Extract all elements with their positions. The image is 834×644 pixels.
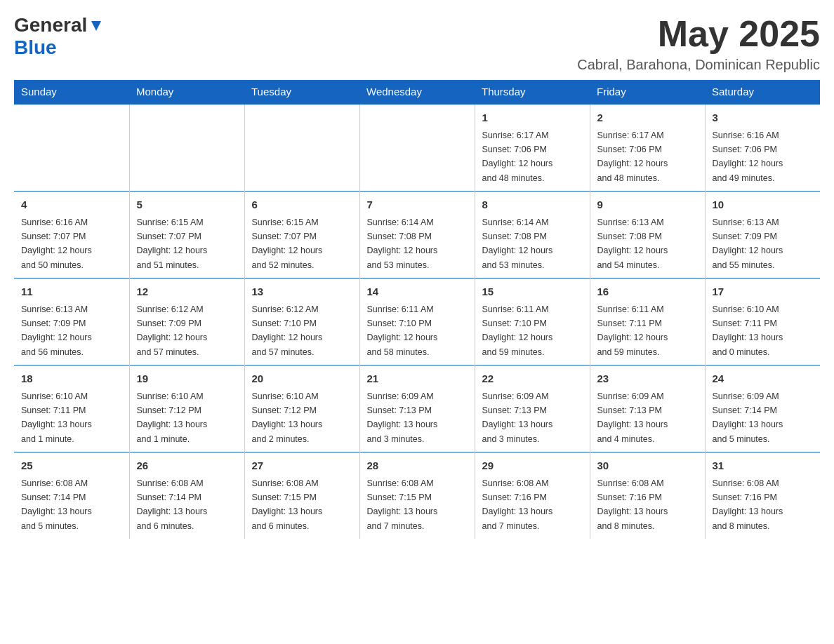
logo-blue-text: Blue — [14, 36, 57, 58]
calendar-cell: 19Sunrise: 6:10 AM Sunset: 7:12 PM Dayli… — [129, 365, 244, 452]
logo-general-text: General — [14, 14, 87, 36]
logo: General Blue — [14, 14, 104, 59]
calendar-header: SundayMondayTuesdayWednesdayThursdayFrid… — [14, 80, 820, 104]
calendar-cell: 8Sunrise: 6:14 AM Sunset: 7:08 PM Daylig… — [475, 192, 590, 279]
calendar-cell: 11Sunrise: 6:13 AM Sunset: 7:09 PM Dayli… — [14, 279, 129, 365]
svg-marker-0 — [91, 21, 101, 31]
day-number: 30 — [597, 458, 698, 474]
weekday-header-wednesday: Wednesday — [359, 80, 475, 104]
day-info: Sunrise: 6:10 AM Sunset: 7:12 PM Dayligh… — [137, 391, 208, 444]
day-info: Sunrise: 6:09 AM Sunset: 7:13 PM Dayligh… — [482, 391, 553, 444]
day-info: Sunrise: 6:15 AM Sunset: 7:07 PM Dayligh… — [252, 217, 323, 270]
day-number: 26 — [137, 458, 237, 474]
day-info: Sunrise: 6:14 AM Sunset: 7:08 PM Dayligh… — [367, 217, 438, 270]
day-info: Sunrise: 6:13 AM Sunset: 7:08 PM Dayligh… — [597, 217, 668, 270]
day-info: Sunrise: 6:08 AM Sunset: 7:16 PM Dayligh… — [713, 478, 783, 531]
location-subtitle: Cabral, Barahona, Dominican Republic — [577, 57, 820, 73]
day-number: 5 — [137, 197, 237, 213]
calendar-cell: 22Sunrise: 6:09 AM Sunset: 7:13 PM Dayli… — [475, 365, 590, 452]
day-number: 14 — [367, 284, 468, 300]
day-info: Sunrise: 6:17 AM Sunset: 7:06 PM Dayligh… — [482, 130, 553, 183]
calendar-cell: 13Sunrise: 6:12 AM Sunset: 7:10 PM Dayli… — [244, 279, 359, 365]
day-number: 12 — [137, 284, 237, 300]
calendar-cell: 21Sunrise: 6:09 AM Sunset: 7:13 PM Dayli… — [359, 365, 475, 452]
day-info: Sunrise: 6:11 AM Sunset: 7:10 PM Dayligh… — [482, 304, 553, 357]
day-info: Sunrise: 6:10 AM Sunset: 7:11 PM Dayligh… — [21, 391, 92, 444]
logo-triangle-icon — [88, 18, 104, 34]
day-info: Sunrise: 6:12 AM Sunset: 7:09 PM Dayligh… — [137, 304, 208, 357]
day-number: 22 — [482, 371, 583, 387]
day-info: Sunrise: 6:08 AM Sunset: 7:14 PM Dayligh… — [137, 478, 208, 531]
calendar-week-1: 1Sunrise: 6:17 AM Sunset: 7:06 PM Daylig… — [14, 104, 820, 192]
calendar-week-5: 25Sunrise: 6:08 AM Sunset: 7:14 PM Dayli… — [14, 452, 820, 539]
day-info: Sunrise: 6:16 AM Sunset: 7:07 PM Dayligh… — [21, 217, 92, 270]
day-number: 6 — [252, 197, 352, 213]
calendar-cell — [244, 104, 359, 192]
day-number: 31 — [713, 458, 814, 474]
day-info: Sunrise: 6:09 AM Sunset: 7:14 PM Dayligh… — [713, 391, 783, 444]
calendar-cell: 15Sunrise: 6:11 AM Sunset: 7:10 PM Dayli… — [475, 279, 590, 365]
calendar-cell: 12Sunrise: 6:12 AM Sunset: 7:09 PM Dayli… — [129, 279, 244, 365]
calendar-cell: 7Sunrise: 6:14 AM Sunset: 7:08 PM Daylig… — [359, 192, 475, 279]
calendar-cell: 24Sunrise: 6:09 AM Sunset: 7:14 PM Dayli… — [705, 365, 820, 452]
day-info: Sunrise: 6:08 AM Sunset: 7:15 PM Dayligh… — [252, 478, 323, 531]
day-number: 24 — [713, 371, 814, 387]
day-info: Sunrise: 6:11 AM Sunset: 7:10 PM Dayligh… — [367, 304, 438, 357]
day-number: 28 — [367, 458, 468, 474]
calendar-cell: 29Sunrise: 6:08 AM Sunset: 7:16 PM Dayli… — [475, 452, 590, 539]
calendar-cell: 17Sunrise: 6:10 AM Sunset: 7:11 PM Dayli… — [705, 279, 820, 365]
calendar-cell: 20Sunrise: 6:10 AM Sunset: 7:12 PM Dayli… — [244, 365, 359, 452]
title-area: May 2025 Cabral, Barahona, Dominican Rep… — [577, 14, 820, 73]
calendar-body: 1Sunrise: 6:17 AM Sunset: 7:06 PM Daylig… — [14, 104, 820, 539]
calendar-cell: 10Sunrise: 6:13 AM Sunset: 7:09 PM Dayli… — [705, 192, 820, 279]
day-number: 4 — [21, 197, 122, 213]
day-info: Sunrise: 6:12 AM Sunset: 7:10 PM Dayligh… — [252, 304, 323, 357]
day-number: 25 — [21, 458, 122, 474]
month-title: May 2025 — [577, 14, 820, 54]
day-number: 3 — [713, 110, 814, 126]
calendar-cell: 27Sunrise: 6:08 AM Sunset: 7:15 PM Dayli… — [244, 452, 359, 539]
day-info: Sunrise: 6:10 AM Sunset: 7:11 PM Dayligh… — [713, 304, 783, 357]
calendar-cell: 6Sunrise: 6:15 AM Sunset: 7:07 PM Daylig… — [244, 192, 359, 279]
calendar-cell — [129, 104, 244, 192]
calendar-cell: 9Sunrise: 6:13 AM Sunset: 7:08 PM Daylig… — [590, 192, 705, 279]
day-info: Sunrise: 6:09 AM Sunset: 7:13 PM Dayligh… — [597, 391, 668, 444]
calendar-cell: 3Sunrise: 6:16 AM Sunset: 7:06 PM Daylig… — [705, 104, 820, 192]
calendar-cell: 26Sunrise: 6:08 AM Sunset: 7:14 PM Dayli… — [129, 452, 244, 539]
day-info: Sunrise: 6:08 AM Sunset: 7:16 PM Dayligh… — [597, 478, 668, 531]
calendar-cell — [359, 104, 475, 192]
calendar-cell: 14Sunrise: 6:11 AM Sunset: 7:10 PM Dayli… — [359, 279, 475, 365]
weekday-header-monday: Monday — [129, 80, 244, 104]
calendar-cell: 1Sunrise: 6:17 AM Sunset: 7:06 PM Daylig… — [475, 104, 590, 192]
day-info: Sunrise: 6:08 AM Sunset: 7:14 PM Dayligh… — [21, 478, 92, 531]
day-info: Sunrise: 6:10 AM Sunset: 7:12 PM Dayligh… — [252, 391, 323, 444]
weekday-header-row: SundayMondayTuesdayWednesdayThursdayFrid… — [14, 80, 820, 104]
day-info: Sunrise: 6:09 AM Sunset: 7:13 PM Dayligh… — [367, 391, 438, 444]
weekday-header-friday: Friday — [590, 80, 705, 104]
day-number: 9 — [597, 197, 698, 213]
day-number: 13 — [252, 284, 352, 300]
calendar-week-2: 4Sunrise: 6:16 AM Sunset: 7:07 PM Daylig… — [14, 192, 820, 279]
day-number: 21 — [367, 371, 468, 387]
day-info: Sunrise: 6:15 AM Sunset: 7:07 PM Dayligh… — [137, 217, 208, 270]
day-number: 7 — [367, 197, 468, 213]
day-number: 10 — [713, 197, 814, 213]
day-number: 16 — [597, 284, 698, 300]
day-number: 19 — [137, 371, 237, 387]
weekday-header-thursday: Thursday — [475, 80, 590, 104]
day-info: Sunrise: 6:16 AM Sunset: 7:06 PM Dayligh… — [713, 130, 783, 183]
weekday-header-tuesday: Tuesday — [244, 80, 359, 104]
day-number: 27 — [252, 458, 352, 474]
calendar-cell: 31Sunrise: 6:08 AM Sunset: 7:16 PM Dayli… — [705, 452, 820, 539]
day-number: 18 — [21, 371, 122, 387]
day-info: Sunrise: 6:11 AM Sunset: 7:11 PM Dayligh… — [597, 304, 668, 357]
day-number: 17 — [713, 284, 814, 300]
day-info: Sunrise: 6:14 AM Sunset: 7:08 PM Dayligh… — [482, 217, 553, 270]
day-number: 23 — [597, 371, 698, 387]
day-info: Sunrise: 6:13 AM Sunset: 7:09 PM Dayligh… — [21, 304, 92, 357]
day-number: 1 — [482, 110, 583, 126]
calendar-cell: 23Sunrise: 6:09 AM Sunset: 7:13 PM Dayli… — [590, 365, 705, 452]
day-number: 2 — [597, 110, 698, 126]
calendar-cell: 25Sunrise: 6:08 AM Sunset: 7:14 PM Dayli… — [14, 452, 129, 539]
calendar-cell: 16Sunrise: 6:11 AM Sunset: 7:11 PM Dayli… — [590, 279, 705, 365]
